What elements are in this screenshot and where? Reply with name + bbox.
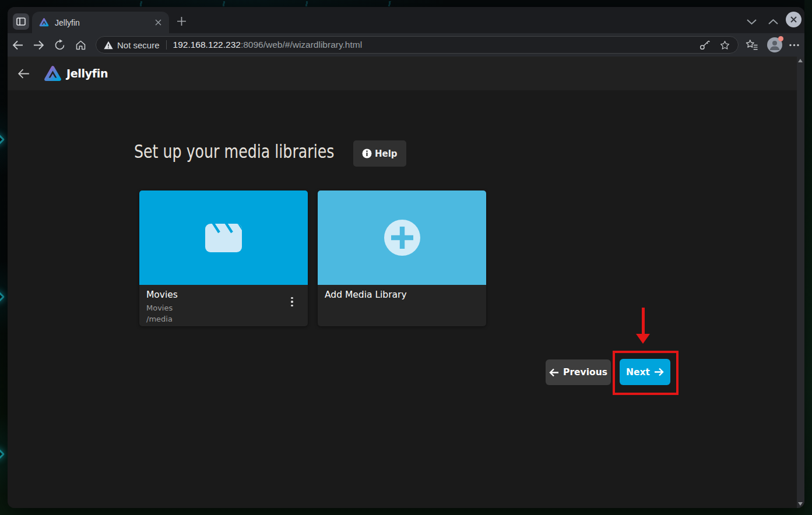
desktop-decoration (0, 291, 5, 303)
library-menu-button[interactable] (284, 293, 300, 311)
annotation-highlight-box (613, 351, 679, 395)
desktop-decoration (804, 0, 812, 515)
library-path: /media (146, 313, 301, 324)
app-header: Jellyfin (8, 57, 797, 90)
movie-clapper-icon (205, 224, 242, 252)
password-key-button[interactable] (699, 39, 711, 51)
scrollbar-up-arrow[interactable] (798, 59, 803, 62)
toolbar-right-cluster (746, 37, 800, 52)
annotation-arrow-head (636, 334, 650, 344)
add-library-card-image[interactable] (318, 191, 486, 285)
previous-button-label: Previous (563, 367, 607, 378)
address-bar[interactable]: Not secure 192.168.122.232 :8096/web/#/w… (96, 36, 739, 54)
forward-button[interactable] (29, 35, 49, 55)
profile-notification-dot (778, 36, 783, 41)
browser-window: Jellyfin (8, 7, 804, 508)
close-icon (790, 16, 797, 23)
home-icon (75, 39, 87, 51)
plus-icon (176, 16, 187, 27)
jellyfin-page: Jellyfin Set up your media libraries Hel… (8, 57, 804, 508)
star-list-icon (746, 39, 758, 51)
window-menu-chevron-down[interactable] (746, 17, 757, 27)
previous-button[interactable]: Previous (546, 359, 611, 385)
ellipsis-icon (789, 43, 800, 47)
help-button-label: Help (375, 149, 398, 159)
annotation-arrow (642, 308, 645, 334)
window-close-button[interactable] (786, 12, 802, 27)
tab-strip: Jellyfin (8, 7, 804, 33)
new-tab-button[interactable] (175, 15, 187, 27)
reading-list-button[interactable] (746, 39, 758, 51)
arrow-left-icon (549, 368, 559, 377)
back-button[interactable] (8, 35, 28, 55)
scrollbar-down-arrow[interactable] (798, 502, 803, 506)
app-back-button[interactable] (16, 66, 31, 81)
reload-button[interactable] (50, 35, 70, 55)
arrow-right-icon (33, 39, 45, 51)
desktop-background: Jellyfin (0, 0, 812, 515)
divider (166, 40, 167, 50)
library-subtitle: Movies (146, 302, 301, 313)
side-panel-icon (16, 17, 26, 26)
page-title: Set up your media libraries (134, 140, 334, 163)
add-library-card-info: Add Media Library (318, 285, 486, 300)
security-label[interactable]: Not secure (117, 40, 160, 50)
jellyfin-logo (44, 65, 62, 83)
home-button[interactable] (71, 35, 90, 55)
warning-icon (104, 41, 113, 50)
url-host[interactable]: 192.168.122.232 (173, 40, 241, 50)
jellyfin-favicon (39, 17, 49, 27)
tab-search-button[interactable] (13, 13, 29, 30)
info-icon (362, 149, 372, 158)
bookmark-star-button[interactable] (719, 40, 730, 51)
browser-menu-button[interactable] (789, 43, 800, 47)
add-library-card[interactable]: Add Media Library (318, 191, 486, 326)
close-icon (155, 19, 161, 26)
help-button[interactable]: Help (353, 140, 406, 167)
desktop-decoration (99, 1, 426, 6)
library-cards: Movies Movies /media (139, 191, 486, 326)
library-card-movies[interactable]: Movies Movies /media (139, 191, 308, 326)
tab-close-button[interactable] (153, 17, 163, 28)
arrow-left-icon (16, 66, 31, 81)
library-card-info: Movies Movies /media (139, 285, 308, 324)
browser-toolbar: Not secure 192.168.122.232 :8096/web/#/w… (8, 33, 804, 57)
key-icon (699, 39, 711, 51)
arrow-left-icon (12, 39, 24, 51)
desktop-decoration (0, 133, 5, 146)
app-brand-title: Jellyfin (66, 67, 108, 80)
url-path[interactable]: :8096/web/#/wizardlibrary.html (241, 40, 362, 50)
library-title: Movies (146, 290, 301, 300)
reload-icon (54, 39, 66, 51)
add-library-label: Add Media Library (325, 290, 479, 300)
browser-tab[interactable]: Jellyfin (32, 12, 169, 33)
page-scrollbar[interactable] (797, 57, 804, 508)
star-icon (719, 40, 730, 51)
tab-title: Jellyfin (55, 18, 153, 27)
chevron-up-icon (768, 19, 779, 25)
chevron-down-icon (746, 19, 757, 25)
browser-profile-avatar[interactable] (767, 37, 782, 52)
window-minimize-chevron-up[interactable] (768, 17, 779, 27)
add-plus-icon (384, 219, 421, 256)
library-card-image[interactable] (139, 191, 308, 285)
desktop-decoration (0, 448, 5, 460)
